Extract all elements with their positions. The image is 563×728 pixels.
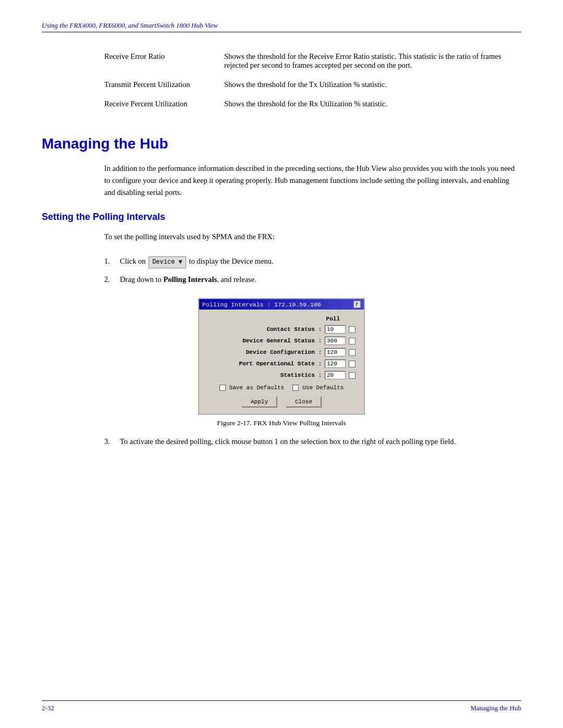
row-poll-checkbox[interactable] [349, 338, 356, 344]
row-poll-checkbox[interactable] [349, 349, 356, 356]
close-button[interactable]: Close [286, 396, 322, 408]
row-label: Statistics : [280, 372, 322, 378]
save-defaults-item: Save as Defaults [219, 385, 285, 391]
table-row: Receive Error Ratio Shows the threshold … [104, 48, 521, 76]
dialog-polling-row: Device General Status : [207, 337, 356, 345]
instructions-text: To set the polling intervals used by SPM… [104, 231, 521, 243]
dialog-polling-row: Statistics : [207, 371, 356, 379]
dialog-polling-row: Contact Status : [207, 325, 356, 334]
row-poll-checkbox[interactable] [349, 372, 356, 379]
dialog-polling-row: Device Configuration : [207, 348, 356, 356]
footer-section-title: Managing the Hub [471, 704, 521, 712]
figure-caption: Figure 2-17. FRX Hub View Polling Interv… [217, 419, 346, 427]
description-cell: Shows the threshold for the Receive Erro… [224, 48, 521, 76]
dialog-polling-row: Port Operational State : [207, 360, 356, 368]
row-label: Port Operational State : [239, 361, 322, 367]
dialog-titlebar: Polling Intervals : 172.19.59.100 r [199, 299, 364, 310]
table-section: Receive Error Ratio Shows the threshold … [42, 48, 521, 115]
row-label: Device Configuration : [246, 349, 322, 355]
footer-page-number: 2-32 [42, 704, 54, 712]
dialog-buttons-row: Apply Close [207, 396, 356, 408]
term-cell: Receive Error Ratio [104, 48, 224, 76]
term-cell: Transmit Percent Utilization [104, 76, 224, 95]
dialog-container: Polling Intervals : 172.19.59.100 r Poll… [42, 298, 521, 427]
table-row: Receive Percent Utilization Shows the th… [104, 95, 521, 115]
dialog-close-icon[interactable]: r [353, 301, 361, 308]
row-poll-checkbox[interactable] [349, 326, 356, 333]
step-3-content: To activate the desired polling, click m… [120, 436, 521, 448]
step-2: 2. Drag down to Polling Intervals, and r… [104, 274, 521, 286]
use-defaults-checkbox[interactable] [292, 385, 299, 391]
apply-button[interactable]: Apply [241, 396, 277, 408]
term-cell: Receive Percent Utilization [104, 95, 224, 115]
section-heading: Managing the Hub [42, 135, 521, 152]
step-1-number: 1. [104, 255, 120, 268]
step-3-container: 3. To activate the desired polling, clic… [104, 436, 521, 448]
row-input[interactable] [325, 348, 346, 356]
step-1: 1. Click on Device ▼ to display the Devi… [104, 255, 521, 268]
subsection-heading: Setting the Polling Intervals [42, 212, 521, 223]
step-2-content: Drag down to Polling Intervals, and rele… [120, 274, 521, 286]
use-defaults-label: Use Defaults [302, 385, 344, 391]
step-3-number: 3. [104, 436, 120, 448]
row-label: Device General Status : [242, 338, 322, 344]
row-input[interactable] [325, 325, 346, 334]
polling-intervals-dialog: Polling Intervals : 172.19.59.100 r Poll… [198, 298, 365, 415]
dialog-body: Poll Contact Status : Device General Sta… [199, 310, 364, 414]
save-defaults-checkbox[interactable] [219, 385, 226, 391]
page-header: Using the FRX4000, FRX6000, and SmartSwi… [42, 21, 521, 32]
steps-list: 1. Click on Device ▼ to display the Devi… [104, 255, 521, 286]
row-label: Contact Status : [266, 326, 322, 332]
step-3: 3. To activate the desired polling, clic… [104, 436, 521, 448]
poll-column-header: Poll [207, 316, 356, 322]
row-input[interactable] [325, 360, 346, 368]
row-input[interactable] [325, 337, 346, 345]
defaults-row: Save as Defaults Use Defaults [207, 385, 356, 391]
save-defaults-label: Save as Defaults [229, 385, 285, 391]
step-1-content: Click on Device ▼ to display the Device … [120, 255, 521, 268]
terms-table: Receive Error Ratio Shows the threshold … [104, 48, 521, 115]
row-input[interactable] [325, 371, 346, 379]
page-footer: 2-32 Managing the Hub [42, 700, 521, 712]
description-cell: Shows the threshold for the Tx Utilizati… [224, 76, 521, 95]
header-title: Using the FRX4000, FRX6000, and SmartSwi… [42, 21, 218, 29]
description-cell: Shows the threshold for the Rx Utilizati… [224, 95, 521, 115]
section-intro: In addition to the performance informati… [104, 163, 521, 199]
dialog-title: Polling Intervals : 172.19.59.100 [202, 301, 321, 308]
step-2-number: 2. [104, 274, 120, 286]
row-poll-checkbox[interactable] [349, 361, 356, 367]
device-button-inline: Device ▼ [149, 256, 186, 268]
use-defaults-item: Use Defaults [292, 385, 344, 391]
table-row: Transmit Percent Utilization Shows the t… [104, 76, 521, 95]
